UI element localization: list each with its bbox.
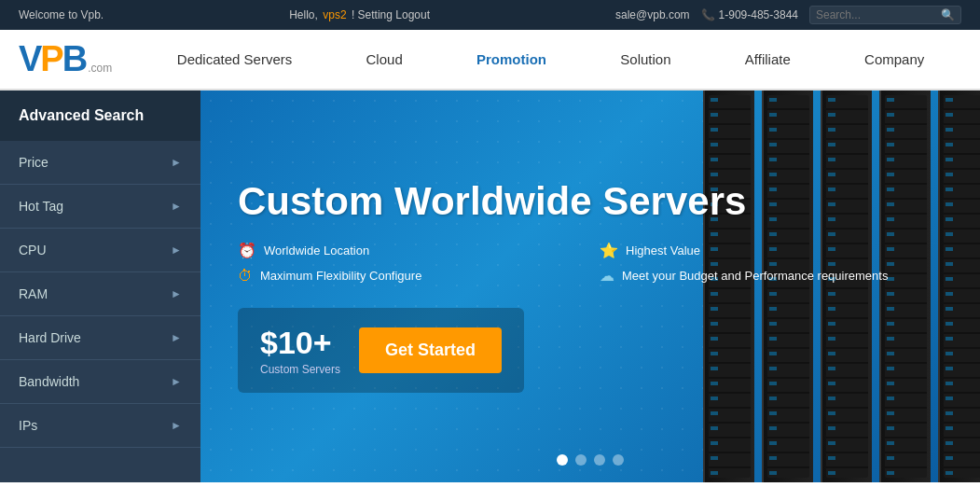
hero-features: ⏰ Worldwide Location ⭐ Highest Value ⏱ M… <box>238 242 943 285</box>
email-text: sale@vpb.com <box>615 8 690 21</box>
sidebar-title: Advanced Search <box>0 90 200 141</box>
hero-price-block: $10+ Custom Servers <box>260 325 340 376</box>
username-link[interactable]: vps2 <box>323 8 346 21</box>
sidebar-item-ips[interactable]: IPs ► <box>0 404 200 448</box>
hero-price-sub: Custom Servers <box>260 363 340 376</box>
chevron-right-icon: ► <box>171 419 182 432</box>
sidebar-item-bandwidth[interactable]: Bandwidth ► <box>0 360 200 404</box>
phone-text: 📞 1-909-485-3844 <box>701 8 798 21</box>
phone-icon: 📞 <box>701 8 715 21</box>
hero-dot-1[interactable] <box>557 454 568 466</box>
feature-highest-value: ⭐ Highest Value <box>600 242 943 259</box>
header: VPB .com Dedicated Servers Cloud Promoti… <box>0 30 980 90</box>
welcome-text: Welcome to Vpb. <box>19 8 104 21</box>
search-input[interactable] <box>816 8 937 21</box>
sidebar-cpu-label: CPU <box>19 243 47 257</box>
sidebar: Advanced Search Price ► Hot Tag ► CPU ► … <box>0 90 200 482</box>
hero-content: Custom Worldwide Servers ⏰ Worldwide Loc… <box>238 180 943 393</box>
feature-flexibility: ⏱ Maximum Flexibility Configure <box>238 267 581 285</box>
clock2-icon: ⏱ <box>238 268 253 285</box>
nav-company[interactable]: Company <box>851 44 937 75</box>
sidebar-hard-drive-label: Hard Drive <box>19 330 81 345</box>
sidebar-ips-label: IPs <box>19 418 37 433</box>
nav-dedicated-servers[interactable]: Dedicated Servers <box>164 44 305 75</box>
hero-price: $10+ <box>260 325 340 361</box>
logo[interactable]: VPB .com <box>19 39 112 79</box>
hero-dots <box>557 454 624 466</box>
chevron-right-icon: ► <box>171 331 182 344</box>
feature-worldwide-text: Worldwide Location <box>264 244 369 257</box>
user-info: Hello, vps2 ! Setting Logout <box>289 8 430 21</box>
star-icon: ⭐ <box>600 242 618 259</box>
chevron-right-icon: ► <box>171 375 182 388</box>
sidebar-item-hard-drive[interactable]: Hard Drive ► <box>0 316 200 360</box>
hero-cta-box: $10+ Custom Servers Get Started <box>238 308 524 393</box>
main-nav: Dedicated Servers Cloud Promotion Soluti… <box>140 44 961 75</box>
feature-flexibility-text: Maximum Flexibility Configure <box>260 269 421 283</box>
sidebar-price-label: Price <box>19 155 48 170</box>
get-started-button[interactable]: Get Started <box>359 327 502 373</box>
search-box[interactable]: 🔍 <box>809 6 961 24</box>
hero-title: Custom Worldwide Servers <box>238 180 943 223</box>
chevron-right-icon: ► <box>171 287 182 300</box>
feature-worldwide-location: ⏰ Worldwide Location <box>238 242 581 259</box>
hero-dot-4[interactable] <box>613 454 624 466</box>
sidebar-item-hot-tag[interactable]: Hot Tag ► <box>0 185 200 229</box>
feature-budget: ☁ Meet your Budget and Performance requi… <box>600 267 943 285</box>
hero-section: Custom Worldwide Servers ⏰ Worldwide Loc… <box>200 90 980 482</box>
hero-dot-2[interactable] <box>575 454 587 466</box>
sidebar-hot-tag-label: Hot Tag <box>19 199 63 214</box>
nav-affiliate[interactable]: Affiliate <box>732 44 804 75</box>
sidebar-ram-label: RAM <box>19 286 48 301</box>
nav-solution[interactable]: Solution <box>607 44 683 75</box>
nav-cloud[interactable]: Cloud <box>353 44 416 75</box>
chevron-right-icon: ► <box>171 244 182 257</box>
top-bar: Welcome to Vpb. Hello, vps2 ! Setting Lo… <box>0 0 980 30</box>
clock-icon: ⏰ <box>238 242 256 259</box>
sidebar-item-price[interactable]: Price ► <box>0 141 200 185</box>
sidebar-item-cpu[interactable]: CPU ► <box>0 229 200 272</box>
hero-dot-3[interactable] <box>594 454 605 466</box>
nav-promotion[interactable]: Promotion <box>463 44 559 75</box>
search-icon[interactable]: 🔍 <box>941 8 955 21</box>
feature-budget-text: Meet your Budget and Performance require… <box>622 269 888 283</box>
feature-highest-text: Highest Value <box>626 244 700 257</box>
logo-com-text: .com <box>88 62 112 75</box>
logo-icon: VPB <box>19 39 86 79</box>
sidebar-bandwidth-label: Bandwidth <box>19 374 79 389</box>
contact-info: sale@vpb.com 📞 1-909-485-3844 🔍 <box>615 6 961 24</box>
rack-unit-5 <box>938 90 980 482</box>
cloud-icon: ☁ <box>600 267 614 285</box>
chevron-right-icon: ► <box>171 200 182 213</box>
main-layout: Advanced Search Price ► Hot Tag ► CPU ► … <box>0 90 980 482</box>
sidebar-item-ram[interactable]: RAM ► <box>0 272 200 316</box>
chevron-right-icon: ► <box>171 156 182 169</box>
